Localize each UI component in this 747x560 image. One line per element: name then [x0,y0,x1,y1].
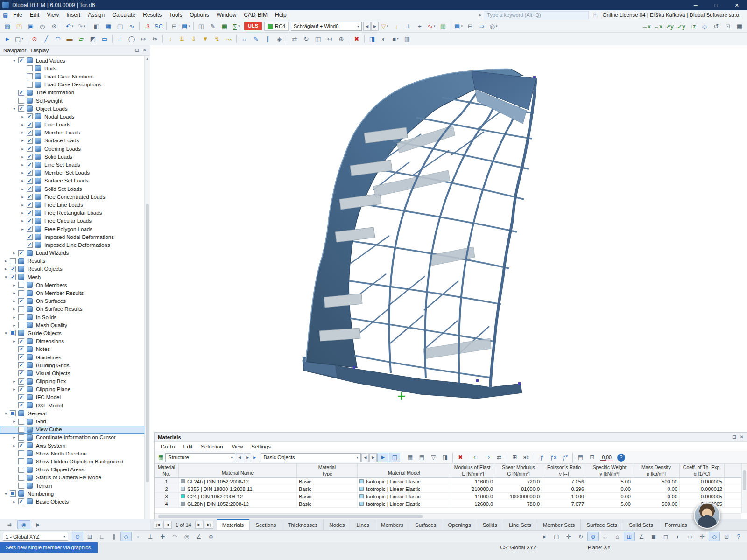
snap-points-button[interactable]: ⊙ [72,532,83,541]
scrollbar-thumb[interactable] [146,204,149,482]
formula-button[interactable]: ƒ [536,453,547,462]
result-diagram-button[interactable]: ∿ [126,21,137,32]
snap-settings-button[interactable]: ⚙ [205,532,217,541]
coordinate-display-button[interactable]: ✛ [697,532,708,541]
new-model-button[interactable]: ▧ [2,21,13,32]
visibility-checkbox[interactable] [10,330,16,336]
tab-member-sets[interactable]: Member Sets [537,519,581,530]
graphic-window[interactable] [150,45,747,432]
table-group-combobox[interactable]: Structure ▾ [165,453,235,462]
modulus-cell[interactable]: 12600.0 [451,500,495,507]
expander-arrow-icon[interactable] [20,130,26,135]
tree-item[interactable]: Free Line Loads [0,201,144,209]
tree-item[interactable]: General [0,409,144,417]
snap-perpendicular-button[interactable]: ⊥ [145,532,156,541]
tab-members[interactable]: Members [375,519,409,530]
print-button[interactable]: ⊟ [465,21,476,32]
poisson-ratio-cell[interactable]: 7.077 [542,500,586,507]
visibility-checkbox[interactable] [10,258,16,264]
expander-arrow-icon[interactable] [11,339,17,343]
expander-arrow-icon[interactable] [20,154,26,159]
tree-item[interactable]: Self-weight [0,97,144,105]
expander-arrow-icon[interactable] [11,499,17,504]
column-header[interactable]: Specific Weight γ [kN/m³] [586,464,633,477]
copy-button[interactable]: ◫ [196,21,207,32]
tree-item[interactable]: Coordinate Information on Cursor [0,434,144,441]
tree-item[interactable]: Load Case Descriptions [0,81,144,89]
printout-report-button[interactable]: ▤ [180,21,191,32]
view-in-minus-y-button[interactable]: ↙y [676,21,687,32]
expander-arrow-icon[interactable] [20,114,26,119]
view-in-minus-x-button[interactable]: ←x [652,21,663,32]
new-node-button[interactable]: ⊙ [29,34,40,44]
visibility-checkbox[interactable] [27,113,33,119]
mass-density-cell[interactable]: 500.00 [633,500,680,507]
tree-item[interactable]: Load Wizards [0,249,144,257]
isometric-view-button[interactable]: ◇ [699,21,710,32]
shadow-toggle-button[interactable]: ◐ [672,532,684,541]
visibility-checkbox[interactable] [27,186,33,192]
pan-mode-button[interactable]: ↔ [599,532,611,541]
move-copy-button[interactable]: ⇄ [289,34,300,44]
scrollbar-thumb[interactable] [158,515,423,518]
coordinate-system-combobox[interactable]: 1 - Global XYZ ▾ [3,532,68,541]
material-model-cell[interactable]: Isotropic | Linear Elastic [358,493,451,500]
tree-item[interactable]: Numbering [0,490,144,497]
visibility-checkbox[interactable] [27,178,33,184]
visibility-checkbox[interactable] [27,242,33,248]
new-free-load-button[interactable]: ↯ [211,34,223,44]
tree-item[interactable]: Guidelines [0,353,144,361]
help-icon[interactable]: ? [617,454,625,462]
tree-item[interactable]: Guide Objects [0,329,144,337]
visibility-checkbox[interactable] [27,202,33,208]
clipping-plane-button[interactable]: ◨ [366,34,378,44]
expander-arrow-icon[interactable] [20,162,26,167]
materials-menu-item[interactable]: Settings [247,443,275,450]
expander-arrow-icon[interactable] [11,299,17,303]
visibility-checkbox[interactable] [18,402,24,408]
tree-item[interactable]: Object Loads [0,105,144,112]
material-model-cell[interactable]: Isotropic | Linear Elastic [358,500,451,507]
display-navigator-tab[interactable]: ◉ [17,520,30,529]
status-help-button[interactable]: ? [733,532,744,541]
expander-arrow-icon[interactable] [20,122,26,127]
import-table-button[interactable]: ⇐ [470,453,481,462]
visibility-checkbox[interactable] [18,442,24,448]
new-opening-button[interactable]: ▭ [99,34,110,44]
visibility-checkbox[interactable] [27,210,33,216]
visibility-checkbox[interactable] [27,146,33,152]
history-button[interactable]: ◴ [37,21,48,32]
expander-arrow-icon[interactable] [11,323,17,328]
tree-item[interactable]: On Surface Results [0,305,144,313]
center-view-button[interactable]: ⌂ [612,532,623,541]
render-mode-button[interactable]: ■ [390,34,401,44]
visibility-checkbox[interactable] [18,467,24,473]
tab-nodes[interactable]: Nodes [324,519,351,530]
render-toggle-button[interactable]: ◼ [648,532,659,541]
table-settings-button[interactable]: ⊡ [586,453,598,462]
display-properties-button[interactable]: ▦ [402,34,413,44]
column-header[interactable]: Mass Density ρ [kg/m³] [633,464,680,477]
manage-views-button[interactable]: ▦ [734,21,745,32]
color-scale-button[interactable]: ▥ [437,21,449,32]
specific-weight-cell[interactable]: 5.00 [586,478,633,485]
menu-item[interactable]: Window [213,11,240,19]
menu-item[interactable]: CAD-BIM [240,11,271,19]
stretch-button[interactable]: ↤ [324,34,335,44]
visibility-checkbox[interactable] [18,98,24,104]
connect-members-button[interactable]: ⊕ [336,34,347,44]
full-screen-button[interactable]: ⊡ [722,21,733,32]
materials-menu-item[interactable]: Go To [156,443,179,450]
model-3d-view[interactable] [150,45,747,432]
delete-row-button[interactable]: ✖ [455,453,466,462]
user-avatar-photo[interactable] [694,502,720,529]
tree-item[interactable]: Title Information [0,89,144,97]
load-combination-badge[interactable]: RC4 [264,22,289,31]
new-guideline-button[interactable]: ∥ [262,34,273,44]
tree-item[interactable]: Free Concentrated Loads [0,193,144,201]
expander-arrow-icon[interactable] [3,266,9,271]
views-navigator-tab[interactable]: ▶ [32,520,45,529]
menu-item[interactable]: Insert [63,11,84,19]
next-load-case-button[interactable]: ▶ [371,22,379,31]
column-header[interactable]: Material Type [297,464,358,477]
